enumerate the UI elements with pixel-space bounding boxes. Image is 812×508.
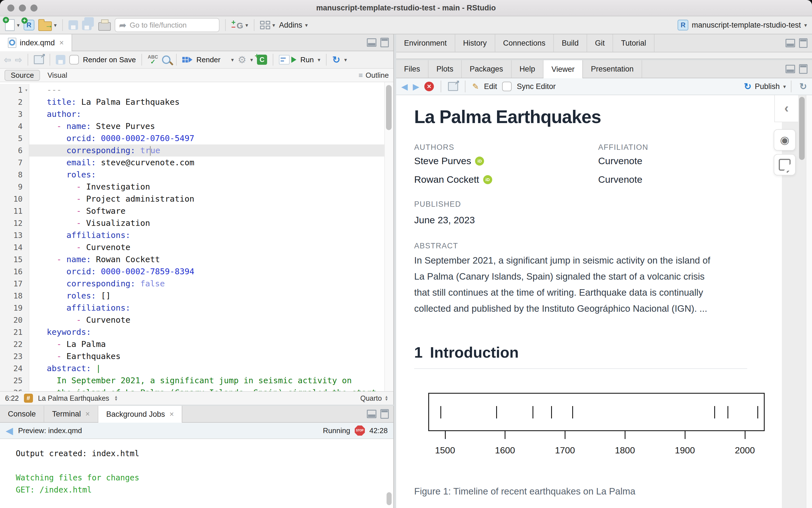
print-button[interactable] bbox=[98, 22, 111, 31]
format-selector-icon[interactable]: ▲▼ bbox=[384, 395, 388, 401]
scrollbar-thumb[interactable] bbox=[387, 492, 392, 505]
chevron-down-icon[interactable]: ▾ bbox=[250, 57, 253, 62]
code-line-12[interactable]: 12 - Visualization bbox=[0, 217, 384, 229]
forward-icon[interactable]: ▶ bbox=[413, 82, 419, 91]
code-line-16[interactable]: 16 orcid: 0000-0002-7859-8394 bbox=[0, 265, 384, 278]
notes-button[interactable] bbox=[774, 154, 796, 175]
minimize-pane-icon[interactable] bbox=[785, 65, 795, 73]
open-in-new-window-icon[interactable] bbox=[34, 55, 44, 64]
tab-build[interactable]: Build bbox=[554, 34, 587, 52]
run-button[interactable]: Run bbox=[300, 55, 314, 64]
chevron-down-icon[interactable]: ▾ bbox=[231, 57, 234, 62]
chevron-down-icon[interactable]: ▾ bbox=[318, 57, 321, 62]
code-line-20[interactable]: 20 - Curvenote bbox=[0, 314, 384, 326]
chevron-down-icon[interactable]: ▾ bbox=[344, 57, 347, 62]
scrollbar-thumb[interactable] bbox=[799, 97, 805, 160]
minimize-pane-icon[interactable] bbox=[785, 39, 795, 47]
new-project-button[interactable]: +R bbox=[24, 20, 34, 31]
render-button[interactable]: Render bbox=[196, 55, 220, 64]
visual-mode-button[interactable]: Visual bbox=[47, 71, 67, 80]
tab-viewer[interactable]: Viewer bbox=[543, 60, 583, 78]
open-file-button[interactable]: → ▾ bbox=[38, 19, 57, 31]
section-selector-icon[interactable]: ▲▼ bbox=[114, 395, 118, 401]
save-all-button[interactable] bbox=[82, 19, 94, 31]
orcid-icon[interactable]: iD bbox=[475, 157, 484, 166]
edit-pencil-icon[interactable]: ✎ bbox=[472, 82, 479, 91]
tab-terminal[interactable]: Terminal× bbox=[44, 406, 98, 422]
job-output[interactable]: Output created: index.html Watching file… bbox=[0, 439, 393, 508]
addins-menu[interactable]: Addins ▾ bbox=[279, 21, 308, 30]
code-line-13[interactable]: 13 affiliations: bbox=[0, 229, 384, 241]
save-document-icon[interactable] bbox=[56, 55, 65, 65]
tab-presentation[interactable]: Presentation bbox=[583, 60, 642, 78]
code-line-21[interactable]: 21keywords: bbox=[0, 326, 384, 338]
tab-help[interactable]: Help bbox=[512, 60, 544, 78]
refresh-icon[interactable]: ↻ bbox=[799, 81, 807, 92]
run-icon[interactable] bbox=[279, 55, 290, 65]
code-line-10[interactable]: 10 - Project administration bbox=[0, 193, 384, 205]
stop-icon[interactable]: ✕ bbox=[424, 82, 434, 91]
tab-packages[interactable]: Packages bbox=[462, 60, 512, 78]
chevron-down-icon[interactable]: ▾ bbox=[17, 23, 20, 28]
open-in-new-window-icon[interactable] bbox=[448, 82, 458, 91]
code-line-8[interactable]: 8 roles: bbox=[0, 169, 384, 181]
code-line-22[interactable]: 22 - La Palma bbox=[0, 338, 384, 350]
orcid-icon[interactable]: iD bbox=[483, 175, 492, 184]
forward-icon[interactable]: ⇨ bbox=[15, 55, 22, 65]
insert-chunk-icon[interactable]: C bbox=[257, 55, 267, 65]
code-line-15[interactable]: 15 - name: Rowan Cockett bbox=[0, 253, 384, 265]
rerun-source-icon[interactable]: ↻ bbox=[332, 54, 340, 65]
code-line-18[interactable]: 18 roles: [] bbox=[0, 290, 384, 302]
tab-tutorial[interactable]: Tutorial bbox=[613, 34, 654, 52]
code-line-24[interactable]: 24abstract: | bbox=[0, 363, 384, 375]
new-file-button[interactable]: + ▾ bbox=[5, 19, 20, 31]
outline-button[interactable]: ≡ Outline bbox=[358, 71, 389, 80]
tab-index-qmd[interactable]: index.qmd × bbox=[0, 34, 72, 51]
project-selector[interactable]: R manuscript-template-rstudio-test ▾ bbox=[678, 20, 807, 31]
maximize-pane-icon[interactable] bbox=[799, 64, 808, 74]
back-icon[interactable]: ◀ bbox=[6, 425, 13, 436]
goto-file-function-input[interactable] bbox=[129, 20, 212, 30]
code-line-19[interactable]: 19 affiliations: bbox=[0, 302, 384, 314]
viewer-scrollbar[interactable] bbox=[806, 95, 812, 508]
goto-file-function-box[interactable]: ➦ bbox=[115, 18, 219, 32]
code-line-1[interactable]: 1▾--- bbox=[0, 84, 384, 96]
stop-job-icon[interactable]: STOP bbox=[355, 425, 365, 436]
scrollbar-thumb[interactable] bbox=[386, 85, 392, 130]
chevron-down-icon[interactable]: ▾ bbox=[783, 84, 786, 89]
close-icon[interactable]: × bbox=[85, 410, 90, 418]
tab-environment[interactable]: Environment bbox=[396, 34, 455, 52]
maximize-pane-icon[interactable] bbox=[380, 409, 389, 419]
code-line-5[interactable]: 5 orcid: 0000-0002-0760-5497 bbox=[0, 132, 384, 144]
titlebar[interactable]: manuscript-template-rstudio-test - main … bbox=[0, 0, 812, 16]
source-mode-button[interactable]: Source bbox=[4, 70, 40, 81]
publish-icon[interactable]: ↻ bbox=[744, 81, 752, 92]
tab-git[interactable]: Git bbox=[587, 34, 613, 52]
code-line-17[interactable]: 17 corresponding: false bbox=[0, 278, 384, 290]
chevron-down-icon[interactable]: ▾ bbox=[273, 23, 275, 28]
back-icon[interactable]: ◀ bbox=[401, 82, 408, 91]
tab-plots[interactable]: Plots bbox=[429, 60, 462, 78]
chevron-down-icon[interactable]: ▾ bbox=[245, 23, 248, 28]
preview-eye-button[interactable]: ◉ bbox=[774, 129, 796, 151]
code-line-26[interactable]: 26 the island of La Palma (Canary Island… bbox=[0, 387, 384, 391]
section-name[interactable]: La Palma Earthquakes bbox=[38, 394, 109, 403]
editor-scrollbar[interactable] bbox=[384, 82, 393, 391]
close-icon[interactable]: × bbox=[170, 410, 174, 419]
code-line-23[interactable]: 23 - Earthquakes bbox=[0, 350, 384, 363]
tab-files[interactable]: Files bbox=[396, 60, 429, 78]
code-line-7[interactable]: 7 email: steve@curvenote.com bbox=[0, 157, 384, 169]
spellcheck-icon[interactable]: ABC✓ bbox=[148, 55, 158, 65]
code-editor[interactable]: 1▾---2title: La Palma Earthquakes3author… bbox=[0, 82, 393, 391]
code-line-9[interactable]: 9 - Investigation bbox=[0, 181, 384, 193]
save-button[interactable] bbox=[69, 20, 78, 30]
render-icon[interactable] bbox=[182, 57, 193, 62]
code-line-2[interactable]: 2title: La Palma Earthquakes bbox=[0, 96, 384, 108]
publish-button[interactable]: Publish bbox=[755, 82, 780, 91]
code-line-11[interactable]: 11 - Software bbox=[0, 205, 384, 217]
maximize-pane-icon[interactable] bbox=[380, 38, 389, 47]
search-icon[interactable] bbox=[162, 55, 170, 64]
fold-arrow-icon[interactable]: ▾ bbox=[25, 84, 28, 96]
collapse-panel-button[interactable]: ‹ bbox=[774, 95, 798, 122]
code-line-4[interactable]: 4 - name: Steve Purves bbox=[0, 120, 384, 132]
